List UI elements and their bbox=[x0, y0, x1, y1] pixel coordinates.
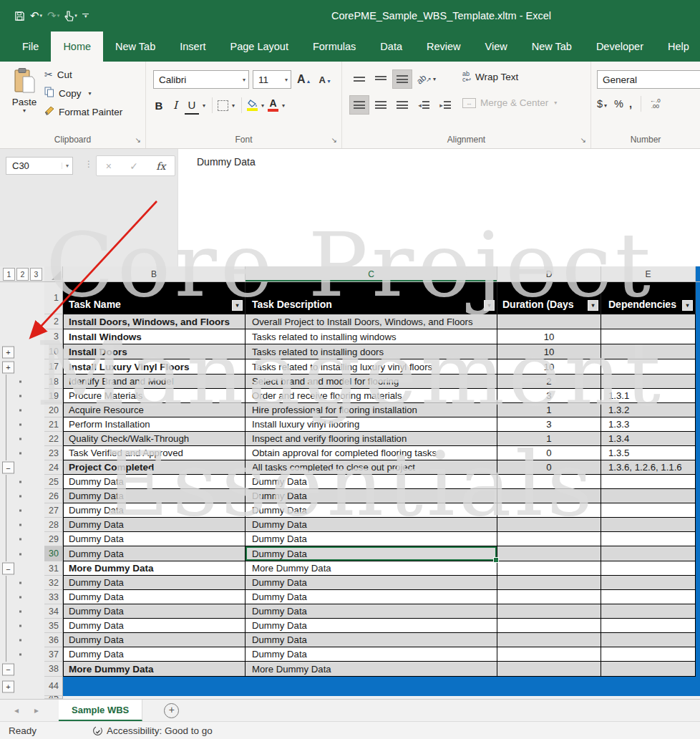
cell-C10[interactable]: Tasks related to installing doors bbox=[246, 344, 497, 359]
increase-decimal-button[interactable]: ←.0.00 bbox=[650, 98, 661, 110]
grow-font-button[interactable]: A▲ bbox=[295, 73, 313, 86]
cell-E17[interactable] bbox=[601, 359, 696, 375]
outline-expand-button-44[interactable]: + bbox=[2, 680, 14, 692]
filter-button-E[interactable]: ▾ bbox=[682, 300, 693, 311]
undo-button[interactable]: ↶▾ bbox=[30, 9, 42, 22]
cell-D17[interactable]: 10 bbox=[497, 359, 601, 375]
cell-D27[interactable] bbox=[497, 503, 601, 518]
cell-E19[interactable]: 1.3.1 bbox=[601, 389, 696, 403]
cell-B20[interactable]: Acquire Resource bbox=[63, 403, 246, 417]
cell-D18[interactable]: 2 bbox=[497, 375, 601, 389]
cell-C20[interactable]: Hire professional for flooring installat… bbox=[246, 403, 497, 417]
comma-format-button[interactable]: , bbox=[629, 98, 632, 110]
header-cell-B[interactable]: Task Name▾ bbox=[63, 282, 246, 314]
sheet-nav-left-icon[interactable]: ◂ bbox=[14, 705, 19, 715]
formula-bar-grip[interactable]: ⋮ bbox=[84, 159, 93, 169]
font-name-select[interactable]: Calibri ▾ bbox=[153, 70, 249, 89]
paste-button[interactable]: Paste ▾ bbox=[7, 67, 42, 129]
cell-E35[interactable] bbox=[601, 619, 696, 633]
cell-C22[interactable]: Inspect and verify flooring installation bbox=[246, 432, 497, 446]
orientation-button[interactable]: ab ↗ ▾ bbox=[417, 74, 437, 84]
cell-C33[interactable]: Dummy Data bbox=[246, 590, 497, 604]
cell-C31[interactable]: More Dummy Data bbox=[246, 561, 497, 576]
select-all-corner[interactable] bbox=[44, 266, 63, 281]
selection-fill-handle[interactable] bbox=[493, 557, 499, 563]
borders-icon[interactable] bbox=[218, 100, 228, 111]
cell-B35[interactable]: Dummy Data bbox=[63, 619, 246, 633]
cell-B25[interactable]: Dummy Data bbox=[63, 475, 246, 489]
cell-D23[interactable]: 0 bbox=[497, 446, 601, 460]
cell-E26[interactable] bbox=[601, 489, 696, 503]
cell-C36[interactable]: Dummy Data bbox=[246, 633, 497, 647]
tab-new-tab[interactable]: New Tab bbox=[520, 32, 584, 62]
header-cell-D[interactable]: Duration (Days▾ bbox=[497, 282, 601, 314]
cell-B37[interactable]: Dummy Data bbox=[63, 647, 246, 662]
cell-E28[interactable] bbox=[601, 518, 696, 532]
row-header-33[interactable]: 33 bbox=[44, 590, 63, 604]
cell-B30[interactable]: Dummy Data bbox=[63, 546, 246, 561]
cell-C37[interactable]: Dummy Data bbox=[246, 647, 497, 662]
align-right-button[interactable] bbox=[392, 95, 412, 115]
cell-B23[interactable]: Task Verified and Approved bbox=[63, 446, 246, 460]
cell-D10[interactable]: 10 bbox=[497, 344, 601, 359]
formula-bar-input[interactable]: Dummy Data bbox=[178, 149, 700, 266]
cell-C19[interactable]: Order and receive flooring materials bbox=[246, 389, 497, 403]
cell-D33[interactable] bbox=[497, 590, 601, 604]
cell-E2[interactable] bbox=[601, 314, 696, 329]
clipboard-dialog-launcher[interactable]: ↘ bbox=[135, 136, 141, 144]
cell-B27[interactable]: Dummy Data bbox=[63, 503, 246, 518]
cell-E22[interactable]: 1.3.4 bbox=[601, 432, 696, 446]
merge-center-button[interactable]: ↔ Merge & Center ▾ bbox=[462, 97, 558, 108]
cell-C38[interactable]: More Dummy Data bbox=[246, 662, 497, 677]
row-header-31[interactable]: 31 bbox=[44, 561, 63, 576]
row-header-21[interactable]: 21 bbox=[44, 417, 63, 432]
decrease-indent-button[interactable]: ◂ bbox=[414, 95, 434, 115]
tab-view[interactable]: View bbox=[473, 32, 520, 62]
cell-B17[interactable]: Install Luxury Vinyl Floors bbox=[63, 359, 246, 375]
underline-button[interactable]: U bbox=[185, 96, 199, 115]
cell-D35[interactable] bbox=[497, 619, 601, 633]
bottom-align-button[interactable] bbox=[392, 69, 412, 89]
tab-review[interactable]: Review bbox=[414, 32, 473, 62]
copy-button[interactable]: Copy ▾ bbox=[44, 87, 122, 100]
cell-C30[interactable]: Dummy Data bbox=[246, 546, 497, 561]
cell-C34[interactable]: Dummy Data bbox=[246, 604, 497, 619]
row-header-35[interactable]: 35 bbox=[44, 619, 63, 633]
cell-B34[interactable]: Dummy Data bbox=[63, 604, 246, 619]
increase-indent-button[interactable]: ▸ bbox=[435, 95, 455, 115]
outline-collapse-button-31[interactable]: − bbox=[2, 563, 14, 575]
cell-E37[interactable] bbox=[601, 647, 696, 662]
tab-file[interactable]: File bbox=[10, 32, 51, 62]
touch-mode-icon[interactable]: ▾ bbox=[64, 11, 77, 21]
cell-B10[interactable]: Install Doors bbox=[63, 344, 246, 359]
cell-E18[interactable] bbox=[601, 375, 696, 389]
blue-row-cell[interactable] bbox=[63, 677, 696, 696]
filter-button-B[interactable]: ▾ bbox=[232, 300, 243, 311]
save-icon[interactable] bbox=[14, 11, 25, 21]
redo-button[interactable]: ↷▾ bbox=[47, 9, 59, 22]
cell-B24[interactable]: Project Completed bbox=[63, 460, 246, 475]
cell-D19[interactable]: 3 bbox=[497, 389, 601, 403]
header-cell-E[interactable]: Dependencies▾ bbox=[601, 282, 696, 314]
cell-E25[interactable] bbox=[601, 475, 696, 489]
wrap-text-button[interactable]: abc↩ Wrap Text bbox=[462, 71, 518, 82]
tab-insert[interactable]: Insert bbox=[167, 32, 218, 62]
customize-qat-icon[interactable]: ▾ bbox=[82, 14, 89, 18]
row-header-18[interactable]: 18 bbox=[44, 375, 63, 389]
fill-color-chevron-icon[interactable]: ▾ bbox=[261, 102, 264, 109]
tab-developer[interactable]: Developer bbox=[584, 32, 656, 62]
cell-D24[interactable]: 0 bbox=[497, 460, 601, 475]
row-header-10[interactable]: 10 bbox=[44, 344, 63, 359]
header-cell-C[interactable]: Task Description▾ bbox=[246, 282, 497, 314]
row-header-27[interactable]: 27 bbox=[44, 503, 63, 518]
cell-D22[interactable]: 1 bbox=[497, 432, 601, 446]
tab-home[interactable]: Home bbox=[51, 32, 103, 62]
row-header-32[interactable]: 32 bbox=[44, 576, 63, 590]
cell-E21[interactable]: 1.3.3 bbox=[601, 417, 696, 432]
cell-C24[interactable]: All tasks completed to close out project bbox=[246, 460, 497, 475]
outline-collapse-button-24[interactable]: − bbox=[2, 462, 14, 474]
row-header-17[interactable]: 17 bbox=[44, 359, 63, 375]
cell-C29[interactable]: Dummy Data bbox=[246, 532, 497, 546]
cell-E27[interactable] bbox=[601, 503, 696, 518]
cell-B22[interactable]: Quality Check/Walk-Through bbox=[63, 432, 246, 446]
